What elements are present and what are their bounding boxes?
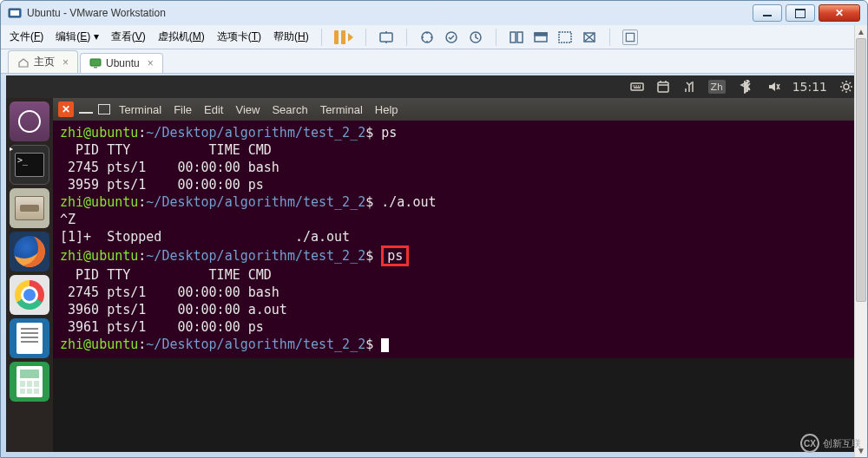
pause-button[interactable]: [334, 30, 353, 44]
svg-rect-10: [559, 32, 571, 43]
window-titlebar[interactable]: Ubuntu - VMware Workstation: [1, 1, 867, 25]
terminal-minimize-button[interactable]: [79, 105, 93, 114]
launcher-files[interactable]: [10, 188, 49, 228]
terminal-body[interactable]: zhi@ubuntu:~/Desktop/algorithm/test_2_2$…: [53, 121, 862, 357]
launcher-terminal[interactable]: >_: [10, 145, 49, 185]
terminal-cursor: [381, 338, 389, 352]
launcher-firefox[interactable]: [10, 232, 49, 272]
monitor-icon: [89, 57, 102, 69]
fullscreen-icon[interactable]: [509, 29, 524, 45]
snapshot-take-icon[interactable]: [419, 29, 435, 45]
maximize-button[interactable]: [786, 4, 815, 22]
svg-rect-9: [535, 33, 547, 36]
terminal-close-button[interactable]: ✕: [58, 101, 74, 117]
scrollbar[interactable]: ▲ ▼: [854, 25, 867, 457]
menu-edit[interactable]: 编辑(E) ▾: [56, 29, 98, 44]
minimize-button[interactable]: [753, 4, 782, 22]
unity-icon[interactable]: [533, 29, 549, 45]
tab-ubuntu-label: Ubuntu: [106, 57, 140, 69]
watermark-logo: CX: [800, 434, 819, 453]
terminal-menu-file[interactable]: File: [174, 103, 192, 116]
svg-rect-13: [90, 59, 101, 66]
launcher-calc[interactable]: [10, 362, 49, 402]
tab-ubuntu[interactable]: Ubuntu ×: [80, 53, 163, 73]
scrollbar-thumb[interactable]: [856, 38, 866, 302]
highlighted-command: ps: [381, 245, 409, 266]
menu-vm[interactable]: 虚拟机(M): [158, 29, 205, 44]
terminal-menu-terminal-1[interactable]: Terminal: [119, 103, 161, 116]
tab-bar: 主页 × Ubuntu ×: [1, 49, 867, 74]
running-indicator-icon: ▸: [10, 145, 13, 153]
terminal-menu-help[interactable]: Help: [375, 103, 398, 116]
terminal-menu-view[interactable]: View: [235, 103, 260, 116]
terminal-menu-terminal-2[interactable]: Terminal: [320, 103, 363, 116]
svg-rect-6: [510, 32, 516, 43]
terminal-menu-search[interactable]: Search: [272, 103, 307, 116]
watermark-text: 创新互联: [823, 437, 861, 450]
launcher-chromium[interactable]: [10, 275, 49, 315]
gear-icon[interactable]: [839, 80, 853, 94]
tab-home-close[interactable]: ×: [62, 56, 69, 69]
menu-view[interactable]: 查看(V): [111, 29, 146, 44]
library-icon[interactable]: [622, 29, 638, 45]
launcher-writer[interactable]: [10, 318, 49, 358]
snapshot-manager-icon[interactable]: [468, 29, 483, 45]
sound-icon[interactable]: [766, 80, 780, 94]
tab-home-label: 主页: [34, 55, 55, 69]
terminal-titlebar[interactable]: ✕ Terminal File Edit View Search Termina…: [53, 98, 862, 121]
scroll-up-button[interactable]: ▲: [855, 25, 867, 38]
watermark: CX 创新互联: [800, 434, 861, 453]
menu-tabs[interactable]: 选项卡(T): [217, 29, 261, 44]
clock[interactable]: 15:11: [792, 80, 827, 94]
calendar-indicator-icon[interactable]: [656, 80, 670, 94]
console-view-icon[interactable]: [557, 29, 573, 45]
toolbar-power: [334, 30, 353, 44]
bluetooth-icon[interactable]: [738, 80, 754, 94]
unity-launcher: ▸ >_: [6, 98, 53, 452]
network-indicator-icon[interactable]: [682, 80, 696, 94]
tab-home[interactable]: 主页 ×: [8, 50, 78, 73]
close-button[interactable]: [819, 4, 860, 22]
menubar: 文件(F) 编辑(E) ▾ 查看(V) 虚拟机(M) 选项卡(T) 帮助(H): [1, 25, 867, 49]
svg-rect-7: [517, 32, 523, 43]
svg-rect-16: [658, 82, 668, 92]
svg-point-17: [844, 84, 849, 89]
guest-viewport[interactable]: Zh 15:11 ▸ >_ ✕: [6, 75, 862, 452]
ime-indicator[interactable]: Zh: [708, 80, 726, 94]
svg-rect-15: [631, 83, 643, 90]
stretch-icon[interactable]: [582, 29, 597, 45]
send-keys-icon[interactable]: [378, 29, 394, 45]
svg-rect-1: [10, 10, 19, 16]
home-icon: [17, 56, 30, 69]
snapshot-revert-icon[interactable]: [444, 29, 459, 45]
svg-rect-12: [626, 33, 634, 41]
tab-ubuntu-close[interactable]: ×: [148, 57, 154, 69]
menu-help[interactable]: 帮助(H): [273, 29, 309, 44]
app-window: Ubuntu - VMware Workstation 文件(F) 编辑(E) …: [0, 0, 868, 458]
svg-rect-2: [380, 33, 392, 42]
terminal-menu-edit[interactable]: Edit: [204, 103, 223, 116]
unity-top-panel: Zh 15:11: [6, 75, 862, 98]
terminal-maximize-button[interactable]: [98, 104, 110, 114]
menu-file[interactable]: 文件(F): [10, 29, 43, 44]
terminal-window[interactable]: ✕ Terminal File Edit View Search Termina…: [53, 98, 862, 358]
svg-rect-14: [94, 67, 97, 69]
terminal-menubar: Terminal File Edit View Search Terminal …: [119, 103, 398, 116]
vmware-icon: [8, 6, 22, 20]
keyboard-indicator-icon[interactable]: [630, 80, 644, 94]
launcher-dash[interactable]: [10, 101, 49, 141]
window-title: Ubuntu - VMware Workstation: [27, 7, 753, 19]
